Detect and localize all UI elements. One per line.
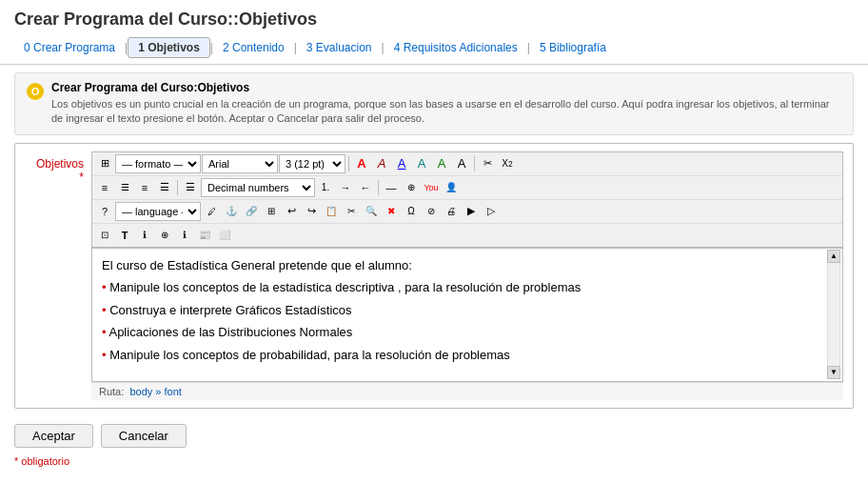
tb-ordered-list[interactable]: 1. [316, 178, 335, 197]
tb-source[interactable]: 🖊 [202, 202, 221, 221]
tab-bibliografia[interactable]: 5 Bibliografía [530, 38, 616, 57]
tb-T[interactable]: T [115, 226, 134, 245]
toolbar-area: ⊞ — formato — Arial 3 (12 pt) A A [91, 151, 843, 248]
tb-copy-btn[interactable]: X2 [498, 154, 517, 173]
tb-color3-btn[interactable]: A [452, 154, 471, 173]
tb-align-justify[interactable]: ☰ [155, 178, 174, 197]
tb-replace[interactable]: ✖ [382, 202, 401, 221]
mandatory-note: * obligatorio [0, 455, 868, 474]
tb-right2[interactable]: ▷ [482, 202, 501, 221]
tb-image[interactable]: 👤 [442, 178, 461, 197]
info-box: O Crear Programa del Curso:Objetivos Los… [14, 72, 854, 135]
format-select[interactable]: — formato — [115, 154, 201, 173]
tb-right1[interactable]: ▶ [462, 202, 481, 221]
tb-special[interactable]: Ω [402, 202, 421, 221]
scroll-up-btn[interactable]: ▲ [827, 250, 840, 263]
tb-bold-btn[interactable]: A [352, 154, 371, 173]
tb-paste[interactable]: 📋 [322, 202, 341, 221]
tb-extra4[interactable]: ℹ [175, 226, 194, 245]
toolbar-row-1: ⊞ — formato — Arial 3 (12 pt) A A [92, 152, 842, 176]
tb-sep-3 [177, 180, 178, 195]
toolbar-row-3: ? — language — 🖊 ⚓ 🔗 ⊞ ↩ ↪ 📋 ✂ 🔍 ✖ [92, 200, 842, 224]
tab-objetivos[interactable]: 1 Objetivos [128, 37, 210, 58]
tb-table[interactable]: ⊞ [262, 202, 281, 221]
tb-print[interactable]: 🖨 [442, 202, 461, 221]
field-label: Objetivos * [15, 151, 91, 184]
tab-requisitos[interactable]: 4 Requisitos Adicionales [385, 38, 527, 57]
editor-section: Objetivos * ⊞ — formato — Arial [14, 143, 854, 409]
tb-italic-btn[interactable]: A [372, 154, 391, 173]
tb-hr[interactable]: ⊘ [422, 202, 441, 221]
accept-button[interactable]: Aceptar [14, 424, 93, 448]
editor-bullet2: • Construya e interprete Gráficos Estadí… [102, 301, 816, 320]
tb-undo2[interactable]: ↪ [302, 202, 321, 221]
page-title: Crear Programa del Curso::Objetivos [14, 10, 854, 30]
tb-anchor[interactable]: ⚓ [222, 202, 241, 221]
tb-extra6[interactable]: ⬜ [215, 226, 234, 245]
toolbar-row-4: ⊡ T ℹ ⊕ ℹ 📰 ⬜ [92, 224, 842, 247]
tb-color1-btn[interactable]: A [412, 154, 431, 173]
tab-contenido[interactable]: 2 Contenido [213, 38, 294, 57]
tb-link[interactable]: ⊕ [402, 178, 421, 197]
size-select[interactable]: 3 (12 pt) [279, 154, 345, 173]
tb-align-center[interactable]: ☰ [115, 178, 134, 197]
tb-help[interactable]: ? [95, 202, 114, 221]
tb-color2-btn[interactable]: A [432, 154, 451, 173]
info-box-text: Los objetivos es un punto crucial en la … [51, 97, 841, 127]
tb-undo[interactable]: — [382, 178, 401, 197]
page-header: Crear Programa del Curso::Objetivos 0 Cr… [0, 0, 868, 65]
tb-cut-btn[interactable]: ✂ [478, 154, 497, 173]
tb-underline-btn[interactable]: A [392, 154, 411, 173]
cancel-button[interactable]: Cancelar [101, 424, 187, 448]
tb-align-left[interactable]: ≡ [95, 178, 114, 197]
tb-extra5[interactable]: 📰 [195, 226, 214, 245]
editor-wrapper: ⊞ — formato — Arial 3 (12 pt) A A [91, 151, 843, 400]
info-icon: O [27, 83, 44, 100]
editor-line1: El curso de Estadística General pretende… [102, 256, 816, 275]
path-bar: Ruta: body » font [91, 382, 843, 400]
tb-extra2[interactable]: ℹ [135, 226, 154, 245]
scrollbar[interactable]: ▲ ▼ [827, 250, 840, 379]
toolbar-row-2: ≡ ☰ ≡ ☰ ☰ Decimal numbers 1. → ← — [92, 176, 842, 200]
tb-unlink[interactable]: 🔗 [242, 202, 261, 221]
tb-pastetext[interactable]: ✂ [342, 202, 361, 221]
tb-sep-2 [474, 156, 475, 171]
tb-expand-btn[interactable]: ⊞ [95, 154, 114, 173]
tab-crear[interactable]: 0 Crear Programa [14, 38, 125, 57]
tab-bar: 0 Crear Programa | 1 Objetivos | 2 Conte… [14, 37, 854, 58]
tb-indent-more[interactable]: → [336, 178, 355, 197]
editor-bullet1: • Manipule los conceptos de la estadísti… [102, 278, 816, 297]
tb-find[interactable]: 🔍 [362, 202, 381, 221]
editor-bullet3: • Aplicaciones de las Distribuciones Nor… [102, 323, 816, 342]
tb-extra3[interactable]: ⊕ [155, 226, 174, 245]
scroll-track[interactable] [827, 263, 840, 366]
tb-list-btn[interactable]: ☰ [181, 178, 200, 197]
tb-extra1[interactable]: ⊡ [95, 226, 114, 245]
tb-youtube[interactable]: You [422, 178, 441, 197]
editor-form-row: Objetivos * ⊞ — formato — Arial [15, 144, 853, 408]
path-text: body » font [129, 386, 181, 397]
tab-evaluacion[interactable]: 3 Evaluacion [297, 38, 382, 57]
page-container: Crear Programa del Curso::Objetivos 0 Cr… [0, 0, 868, 474]
editor-content[interactable]: El curso de Estadística General pretende… [92, 248, 842, 381]
scroll-down-btn[interactable]: ▼ [827, 366, 840, 379]
tb-sep-4 [378, 180, 379, 195]
editor-text: El curso de Estadística General pretende… [102, 256, 833, 365]
tb-align-right[interactable]: ≡ [135, 178, 154, 197]
tb-indent-less[interactable]: ← [356, 178, 375, 197]
tb-sep-1 [348, 156, 349, 171]
editor-bullet4: • Manipule los conceptos de probabilidad… [102, 346, 816, 365]
info-content: Crear Programa del Curso:Objetivos Los o… [51, 81, 841, 127]
lang-select[interactable]: — language — [115, 202, 201, 221]
list-select[interactable]: Decimal numbers [201, 178, 315, 197]
bottom-buttons: Aceptar Cancelar [0, 416, 868, 455]
info-box-title: Crear Programa del Curso:Objetivos [51, 81, 841, 94]
tb-redo[interactable]: ↩ [282, 202, 301, 221]
font-select[interactable]: Arial [202, 154, 278, 173]
